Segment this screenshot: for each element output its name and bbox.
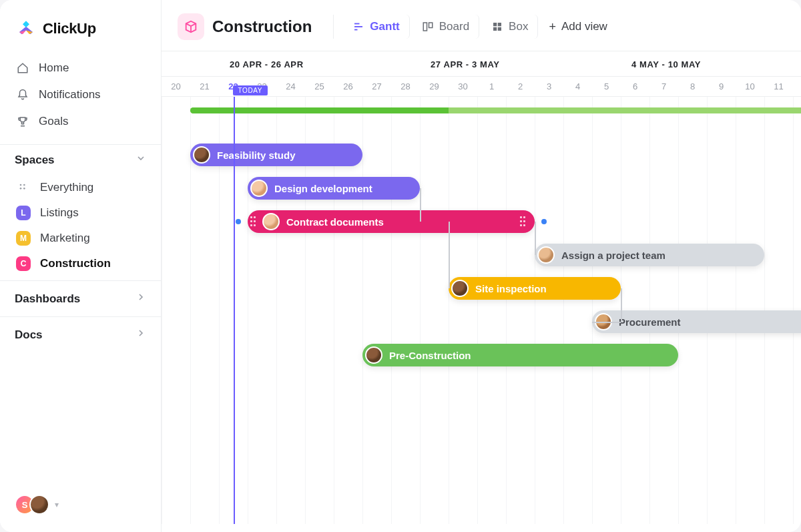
day-cell: 24 [276,81,305,91]
drag-grip-icon[interactable] [250,216,256,227]
day-cell: 21 [190,81,219,91]
gantt-icon [352,21,364,33]
task-label: Contract documents [286,216,384,228]
task-row: Feasibility study [162,144,801,166]
day-cell: 8 [678,81,707,91]
task-label: Feasibility study [217,150,296,161]
svg-rect-8 [429,23,432,28]
assignee-avatar[interactable] [193,146,210,164]
task-label: Assign a project team [561,250,665,261]
tab-board[interactable]: Board [413,15,479,39]
space-marketing[interactable]: M Marketing [7,226,154,251]
space-listings[interactable]: L Listings [7,200,154,226]
space-label: Listings [40,206,79,220]
chevron-right-icon [136,328,146,342]
dashboards-section[interactable]: Dashboards [0,280,161,316]
logo[interactable]: ClickUp [0,0,161,52]
task-bar-t5[interactable]: Site inspection [449,277,621,300]
summary-progress-done [190,107,449,113]
toolbar: Construction Gantt Board [162,0,801,51]
space-everything[interactable]: Everything [7,175,154,200]
svg-point-0 [20,184,22,186]
view-tabs: Gantt Board Box + Add view [333,15,615,39]
day-cell: 1 [477,81,506,91]
plus-icon: + [549,21,556,33]
day-cell: 7 [649,81,678,91]
task-bar-t2[interactable]: Design development [248,177,420,200]
space-construction[interactable]: C Construction [7,251,154,276]
day-cell: 30 [449,81,477,91]
week-header-row: 20 APR - 26 APR 27 APR - 3 MAY 4 MAY - 1… [162,51,801,77]
task-bar-t3[interactable]: Contract documents [248,210,535,233]
task-bar-t6[interactable]: Procurement [592,310,801,333]
tab-box[interactable]: Box [482,15,538,39]
day-cell: 25 [305,81,334,91]
task-bar-t7[interactable]: Pre-Construction [362,344,678,366]
box-icon [491,21,503,33]
summary-progress-bar[interactable] [190,107,801,113]
nav-label: Home [39,61,69,75]
svg-rect-12 [498,27,501,31]
resize-handle-left[interactable] [236,219,241,224]
svg-point-2 [20,188,22,190]
assignee-avatar[interactable] [451,280,469,297]
section-label: Dashboards [15,292,80,306]
day-cell: 29 [420,81,449,91]
gantt-body[interactable]: Feasibility studyDesign developmentContr… [162,97,801,524]
svg-rect-7 [423,23,427,31]
space-label: Everything [40,181,93,194]
day-cell: 27 [362,81,391,91]
assignee-avatar[interactable] [365,346,382,364]
day-cell: 2 [506,81,535,91]
assignee-avatar[interactable] [250,180,268,197]
spaces-title: Spaces [15,154,55,167]
svg-point-3 [23,188,25,190]
chevron-down-icon[interactable]: ▾ [55,500,59,509]
gantt-view: 20 APR - 26 APR 27 APR - 3 MAY 4 MAY - 1… [162,51,801,532]
task-bar-t1[interactable]: Feasibility study [190,144,362,166]
project-title: Construction [212,17,312,36]
assignee-avatar[interactable] [537,246,555,264]
space-badge: C [16,256,31,271]
tab-label: Box [509,20,528,33]
task-label: Design development [274,183,372,194]
sidebar: ClickUp Home Notifications Goals [0,0,162,532]
nav-home[interactable]: Home [7,55,154,81]
section-label: Docs [15,328,43,342]
spaces-list: Everything L Listings M Marketing C Cons… [0,174,161,280]
trophy-icon [16,115,29,128]
day-cell: 9 [707,81,736,91]
day-cell: 3 [535,81,563,91]
assignee-avatar[interactable] [262,213,280,230]
main: Construction Gantt Board [162,0,801,532]
nav-notifications[interactable]: Notifications [7,81,154,108]
spaces-header[interactable]: Spaces [0,144,161,174]
space-label: Marketing [40,232,90,245]
chevron-right-icon [136,292,146,306]
nav-goals[interactable]: Goals [7,108,154,135]
add-view-button[interactable]: + Add view [541,15,615,39]
add-view-label: Add view [561,20,607,33]
day-cell: 10 [736,81,764,91]
task-row: Pre-Construction [162,344,801,366]
day-cell: 26 [334,81,362,91]
board-icon [422,21,434,33]
tab-label: Gantt [370,20,399,33]
svg-point-1 [23,184,25,186]
brand-name: ClickUp [43,20,96,37]
week-cell-lead [162,51,219,76]
docs-section[interactable]: Docs [0,316,161,352]
svg-rect-10 [498,23,501,26]
resize-handle-right[interactable] [541,219,547,224]
clickup-logo-icon [16,19,36,39]
space-badge: L [16,206,31,220]
tab-gantt[interactable]: Gantt [343,15,409,39]
drag-grip-icon[interactable] [520,216,525,227]
avatar[interactable] [29,495,49,515]
task-bar-t4[interactable]: Assign a project team [535,244,764,266]
today-marker [234,97,235,524]
day-cell: 11 [764,81,793,91]
user-avatars[interactable]: S [15,495,49,515]
bell-icon [16,88,29,101]
task-label: Site inspection [475,283,547,294]
